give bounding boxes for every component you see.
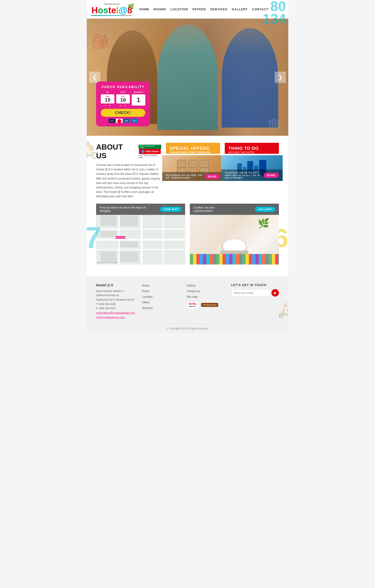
- footer-address-col: Hostel @ 8 Nana Skytrain Station, 2 Sukh…: [96, 283, 135, 319]
- in-date-box: MAY 15: [101, 94, 114, 104]
- header: โฮสเทลแอทเอท Hostel@8 🌿 HOME ROOMS LOCAT…: [87, 0, 288, 19]
- about-title: ABOUT US BTS Sukhumvit Line 🔷 NaNa Stati…: [96, 143, 161, 160]
- copyright-text: © Copyright 2015 All rights reserved.: [166, 327, 208, 330]
- bts-badge: BTS Sukhumvit Line 🔷 NaNa Station Less T…: [139, 145, 161, 158]
- nights-number: 1: [137, 96, 140, 104]
- gallery-header: Comfort, fun and a great location GALLER…: [190, 204, 279, 215]
- hero-next-button[interactable]: ❯: [275, 72, 286, 83]
- map-body: Hostel@8 Map data ©2015 Google: [96, 213, 185, 264]
- bts-line-text: BTS Sukhumvit Line: [139, 145, 161, 149]
- amex-icon: AE: [131, 119, 138, 123]
- nav-services[interactable]: SERVICES: [210, 8, 228, 11]
- in-date-arrows: ▲ ▼: [101, 104, 114, 106]
- bts-walk-text: Less Than 2 minutes walk: [139, 154, 161, 158]
- logo-at: @: [119, 5, 127, 15]
- out-day: 16: [117, 97, 129, 103]
- nav-offers[interactable]: OFFERS: [192, 8, 206, 11]
- nav-gallery[interactable]: GALLERY: [232, 8, 248, 11]
- nav-rooms[interactable]: ROOMS: [154, 8, 166, 11]
- book-button[interactable]: BOOK: [205, 174, 220, 179]
- thing-to-do-header: THING TO DO AROUND THE HOTEL: [225, 143, 279, 154]
- logo-underline: [91, 15, 132, 16]
- out-date-box: MAY 16: [116, 94, 130, 104]
- gallery-card: Comfort, fun and a great location GALLER…: [190, 204, 279, 264]
- map-gallery-row: Find out where we are in the heart of Ba…: [96, 204, 279, 264]
- header-phone-display: 80 134: [263, 0, 286, 25]
- mastercard-icon: ⬤: [116, 119, 122, 123]
- page-wrapper: โฮสเทลแอทเอท Hostel@8 🌿 HOME ROOMS LOCAT…: [87, 0, 288, 333]
- check-out-field: OUT MAY 16 ▲ ▼: [116, 91, 130, 106]
- footer-nav-list: Home Room Location Offers Services: [142, 283, 179, 310]
- footer-nav-offers: Offers: [142, 300, 179, 304]
- logo-main: Hostel@8 🌿: [91, 6, 132, 15]
- about-offers-row: ABOUT US BTS Sukhumvit Line 🔷 NaNa Stati…: [96, 143, 279, 199]
- phone-deco-1: 80: [263, 0, 286, 13]
- in-up-arrow[interactable]: ▲: [104, 104, 107, 106]
- left-cyclist-sketch: 🚴: [87, 140, 100, 160]
- special-offers-desc: Best available price per night - free wi…: [166, 174, 205, 179]
- thing-desc: Conveniently near the Nana BTS station w…: [225, 171, 264, 179]
- logo-te: te: [108, 5, 116, 15]
- gallery-button[interactable]: GALLERY: [255, 207, 276, 212]
- footer-link-sitemap: Site map: [187, 294, 224, 299]
- main-nav: HOME ROOMS LOCATION OFFERS SERVICES GALL…: [139, 8, 284, 11]
- in-down-arrow[interactable]: ▼: [108, 104, 111, 106]
- footer-link-gallery: Gallery: [187, 283, 224, 287]
- special-offers-overlay: Best available price per night - free wi…: [162, 172, 224, 181]
- footer-hostel-name: Hostel @ 8: [96, 283, 135, 287]
- newsletter-email-input[interactable]: [231, 289, 270, 296]
- footer-nav-col: Home Room Location Offers Services: [142, 283, 179, 319]
- deco-7-left: 7: [87, 222, 101, 253]
- out-down-arrow[interactable]: ▼: [124, 104, 127, 106]
- view-map-button[interactable]: VIEW MAP: [160, 207, 182, 212]
- nav-location[interactable]: LOCATION: [171, 8, 188, 11]
- logo-area: โฮสเทลแอทเอท Hostel@8 🌿: [91, 2, 132, 16]
- check-availability-widget: CHECK AVAILABILITY IN MAY 15 ▲ ▼ OUT: [96, 82, 150, 126]
- out-label: OUT: [116, 91, 130, 93]
- thing-title: THING TO DO: [229, 146, 275, 151]
- check-fields: IN MAY 15 ▲ ▼ OUT MAY 16: [101, 91, 145, 106]
- phone-deco-2: 134: [263, 13, 286, 25]
- main-content: 🚴 🛵 26 ABOUT US BTS Sukhumvit Line 🔷 NaN…: [87, 136, 288, 272]
- check-button[interactable]: CHECK!: [101, 109, 145, 117]
- nav-home[interactable]: HOME: [139, 8, 149, 11]
- special-offers-header: SPECIAL OFFERS DORMITORIES START FROM 60…: [166, 143, 220, 154]
- check-title: CHECK AVAILABILITY: [101, 85, 145, 89]
- footer-link-contact: Contact us: [187, 289, 224, 293]
- visa-icon: VISA: [109, 119, 115, 123]
- out-up-arrow[interactable]: ▲: [119, 104, 122, 106]
- thing-image: Conveniently near the Nana BTS station w…: [221, 155, 283, 181]
- map-header-text: Find out where we are in the heart of Ba…: [99, 206, 145, 212]
- map-header: Find out where we are in the heart of Ba…: [96, 204, 185, 215]
- footer-links-list: Gallery Contact us Site map: [187, 283, 224, 299]
- more-button[interactable]: MORE: [264, 173, 279, 178]
- footer-nav-room: Room: [142, 289, 179, 293]
- logo-l: l: [116, 5, 119, 15]
- footer-top: Hostel @ 8 Nana Skytrain Station, 2 Sukh…: [96, 283, 279, 319]
- special-offers-title: SPECIAL OFFERS: [170, 146, 216, 151]
- footer-email2[interactable]: gm@royalasiagroup.com: [96, 316, 125, 319]
- footer-newsletter-col: LET'S GET IN TOUCH ▶: [231, 283, 279, 319]
- footer-nav-services: Services: [142, 306, 179, 310]
- about-description: A brand new hostel located on Sukhumvit …: [96, 163, 161, 199]
- gallery-header-text: Comfort, fun and a great location: [193, 206, 214, 212]
- sketch-backpack: 🎒: [91, 33, 109, 49]
- footer-email1[interactable]: reservations@royalasialodge.com: [96, 311, 135, 314]
- footer-nav-location: Location: [142, 294, 179, 299]
- partner-logos: ROYAL express The Royal Asia: [187, 302, 224, 308]
- out-date-arrows: ▲ ▼: [116, 104, 130, 106]
- royal-asia-logo: The Royal Asia: [201, 303, 218, 307]
- footer: Hostel @ 8 Nana Skytrain Station, 2 Sukh…: [87, 276, 288, 334]
- check-in-field: IN MAY 15 ▲ ▼: [101, 91, 114, 106]
- footer-nav-home: Home: [142, 283, 179, 287]
- about-section: ABOUT US BTS Sukhumvit Line 🔷 NaNa Stati…: [96, 143, 161, 199]
- nights-label: NIGHTS: [132, 91, 145, 93]
- newsletter-form: ▶: [231, 289, 279, 297]
- hero-prev-button[interactable]: ❮: [89, 72, 100, 83]
- in-day: 15: [102, 97, 113, 103]
- bts-station-text: 🔷 NaNa Station: [139, 149, 161, 154]
- map-copyright: Map data ©2015 Google: [97, 262, 117, 263]
- map-card: Find out where we are in the heart of Ba…: [96, 204, 185, 264]
- gallery-image: 🌿: [190, 213, 279, 264]
- newsletter-submit-button[interactable]: ▶: [271, 289, 279, 297]
